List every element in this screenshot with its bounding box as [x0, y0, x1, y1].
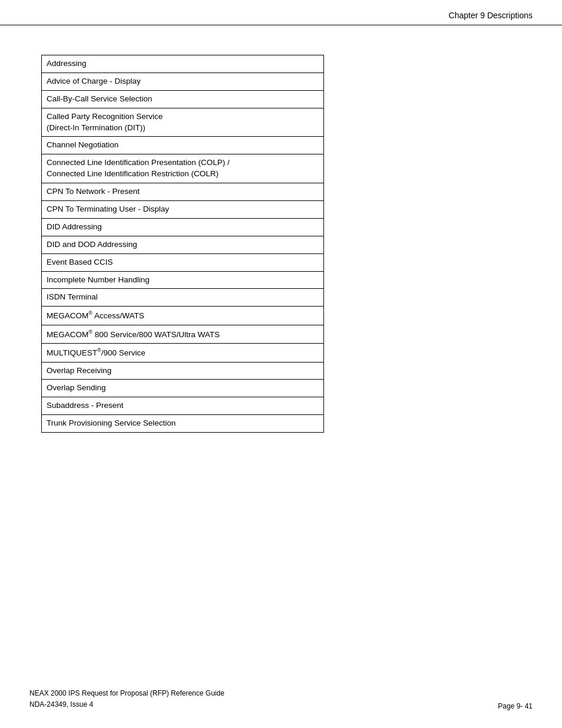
table-cell: Connected Line Identification Presentati…	[42, 154, 324, 183]
table-cell: Overlap Receiving	[42, 362, 324, 380]
footer-left: NEAX 2000 IPS Request for Proposal (RFP)…	[29, 688, 224, 710]
table-row: Subaddress - Present	[42, 397, 324, 415]
table-row: ISDN Terminal	[42, 289, 324, 307]
page-content: AddressingAdvice of Charge - DisplayCall…	[0, 25, 562, 456]
table-cell: Subaddress - Present	[42, 397, 324, 415]
table-cell: Overlap Sending	[42, 380, 324, 397]
table-row: DID Addressing	[42, 218, 324, 236]
table-row: CPN To Terminating User - Display	[42, 201, 324, 219]
table-row: Advice of Charge - Display	[42, 73, 324, 90]
table-cell: ISDN Terminal	[42, 289, 324, 307]
table-row: Called Party Recognition Service(Direct-…	[42, 108, 324, 137]
table-cell: DID Addressing	[42, 218, 324, 236]
table-cell: Called Party Recognition Service(Direct-…	[42, 108, 324, 137]
table-row: MEGACOM® Access/WATS	[42, 307, 324, 325]
footer-line1: NEAX 2000 IPS Request for Proposal (RFP)…	[29, 688, 224, 699]
table-row: Call-By-Call Service Selection	[42, 90, 324, 108]
table-row: Channel Negotiation	[42, 137, 324, 154]
table-cell: MULTIQUEST®/900 Service	[42, 344, 324, 362]
table-cell: Event Based CCIS	[42, 253, 324, 271]
table-cell: CPN To Network - Present	[42, 183, 324, 201]
table-row: MEGACOM® 800 Service/800 WATS/Ultra WATS	[42, 325, 324, 343]
table-row: CPN To Network - Present	[42, 183, 324, 201]
table-cell: Call-By-Call Service Selection	[42, 90, 324, 108]
feature-table: AddressingAdvice of Charge - DisplayCall…	[41, 55, 324, 433]
table-cell: MEGACOM® Access/WATS	[42, 307, 324, 325]
table-row: DID and DOD Addressing	[42, 236, 324, 253]
table-cell: CPN To Terminating User - Display	[42, 201, 324, 219]
page-header: Chapter 9 Descriptions	[0, 0, 562, 25]
table-row: Addressing	[42, 55, 324, 73]
table-cell: Incomplete Number Handling	[42, 271, 324, 289]
table-row: Connected Line Identification Presentati…	[42, 154, 324, 183]
table-cell: Channel Negotiation	[42, 137, 324, 154]
table-row: Overlap Sending	[42, 380, 324, 397]
table-cell: Trunk Provisioning Service Selection	[42, 415, 324, 433]
table-row: MULTIQUEST®/900 Service	[42, 344, 324, 362]
footer-right: Page 9- 41	[498, 702, 533, 710]
page-footer: NEAX 2000 IPS Request for Proposal (RFP)…	[0, 688, 562, 710]
table-cell: DID and DOD Addressing	[42, 236, 324, 253]
table-row: Trunk Provisioning Service Selection	[42, 415, 324, 433]
table-cell: Addressing	[42, 55, 324, 73]
table-row: Event Based CCIS	[42, 253, 324, 271]
footer-line2: NDA-24349, Issue 4	[29, 699, 224, 710]
table-cell: Advice of Charge - Display	[42, 73, 324, 90]
table-row: Overlap Receiving	[42, 362, 324, 380]
chapter-title: Chapter 9 Descriptions	[449, 11, 533, 20]
table-cell: MEGACOM® 800 Service/800 WATS/Ultra WATS	[42, 325, 324, 343]
table-row: Incomplete Number Handling	[42, 271, 324, 289]
